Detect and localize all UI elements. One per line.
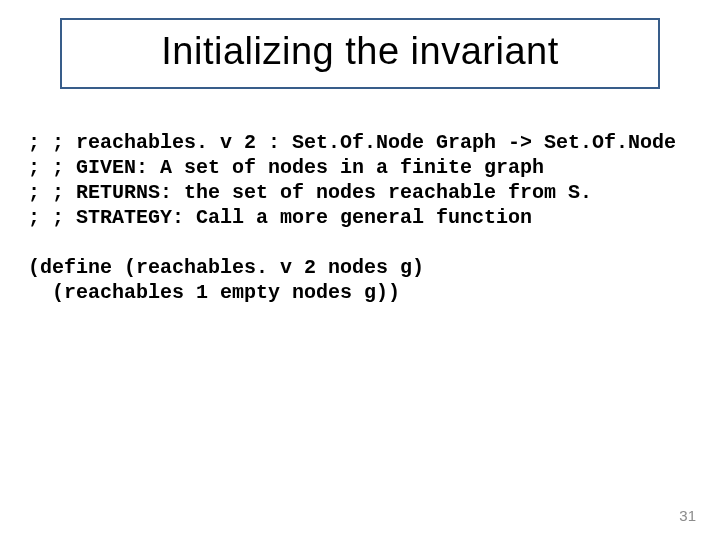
code-line-5: (define (reachables. v 2 nodes g) <box>28 256 424 279</box>
slide: Initializing the invariant ; ; reachable… <box>0 0 720 540</box>
code-line-1: ; ; reachables. v 2 : Set.Of.Node Graph … <box>28 131 676 154</box>
title-box: Initializing the invariant <box>60 18 660 89</box>
code-line-4: ; ; STRATEGY: Call a more general functi… <box>28 206 532 229</box>
page-number: 31 <box>679 507 696 524</box>
code-line-6: (reachables 1 empty nodes g)) <box>28 281 400 304</box>
slide-title: Initializing the invariant <box>62 30 658 73</box>
code-line-3: ; ; RETURNS: the set of nodes reachable … <box>28 181 592 204</box>
code-line-2: ; ; GIVEN: A set of nodes in a finite gr… <box>28 156 544 179</box>
code-block: ; ; reachables. v 2 : Set.Of.Node Graph … <box>28 130 692 305</box>
